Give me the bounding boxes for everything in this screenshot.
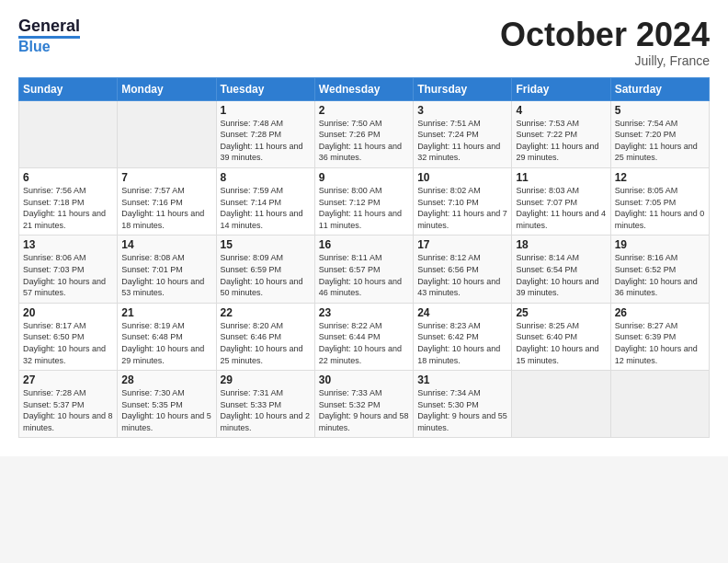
day-info: Sunrise: 8:02 AMSunset: 7:10 PMDaylight:…	[417, 185, 507, 231]
day-info: Sunrise: 8:20 AMSunset: 6:46 PMDaylight:…	[221, 320, 311, 366]
day-info: Sunrise: 8:14 AMSunset: 6:54 PMDaylight:…	[516, 252, 606, 298]
day-info: Sunrise: 7:31 AMSunset: 5:33 PMDaylight:…	[221, 387, 311, 433]
logo-container: General Blue	[18, 17, 80, 55]
table-row: 10Sunrise: 8:02 AMSunset: 7:10 PMDayligh…	[414, 167, 512, 235]
day-info: Sunrise: 8:19 AMSunset: 6:48 PMDaylight:…	[121, 320, 211, 366]
table-row: 11Sunrise: 8:03 AMSunset: 7:07 PMDayligh…	[512, 167, 610, 235]
col-saturday: Saturday	[610, 77, 709, 100]
day-info: Sunrise: 8:11 AMSunset: 6:57 PMDaylight:…	[319, 252, 409, 298]
day-number: 4	[516, 104, 606, 117]
day-info: Sunrise: 7:34 AMSunset: 5:30 PMDaylight:…	[417, 387, 507, 433]
calendar-header-row: Sunday Monday Tuesday Wednesday Thursday…	[19, 77, 710, 100]
day-number: 11	[516, 171, 606, 184]
day-info: Sunrise: 7:57 AMSunset: 7:16 PMDaylight:…	[121, 185, 211, 231]
day-number: 14	[121, 238, 211, 251]
table-row: 30Sunrise: 7:33 AMSunset: 5:32 PMDayligh…	[314, 371, 413, 438]
day-number: 28	[121, 373, 211, 386]
table-row: 3Sunrise: 7:51 AMSunset: 7:24 PMDaylight…	[414, 100, 512, 167]
col-sunday: Sunday	[19, 77, 118, 100]
day-info: Sunrise: 8:23 AMSunset: 6:42 PMDaylight:…	[417, 320, 507, 366]
day-number: 9	[319, 171, 409, 184]
table-row	[118, 100, 216, 167]
day-info: Sunrise: 8:16 AMSunset: 6:52 PMDaylight:…	[615, 252, 705, 298]
day-number: 23	[319, 306, 409, 319]
logo-general-label: General	[18, 17, 80, 36]
day-number: 26	[615, 306, 705, 319]
day-info: Sunrise: 8:27 AMSunset: 6:39 PMDaylight:…	[615, 320, 705, 366]
title-block: October 2024 Juilly, France	[500, 17, 710, 68]
col-tuesday: Tuesday	[216, 77, 314, 100]
page: General Blue October 2024 Juilly, France…	[0, 0, 728, 456]
day-number: 3	[417, 104, 507, 117]
day-info: Sunrise: 8:09 AMSunset: 6:59 PMDaylight:…	[221, 252, 311, 298]
day-number: 8	[221, 171, 311, 184]
day-number: 24	[417, 306, 507, 319]
day-info: Sunrise: 7:53 AMSunset: 7:22 PMDaylight:…	[516, 118, 606, 164]
day-number: 2	[319, 104, 409, 117]
table-row: 5Sunrise: 7:54 AMSunset: 7:20 PMDaylight…	[610, 100, 709, 167]
day-number: 21	[121, 306, 211, 319]
table-row: 20Sunrise: 8:17 AMSunset: 6:50 PMDayligh…	[19, 303, 118, 370]
table-row: 15Sunrise: 8:09 AMSunset: 6:59 PMDayligh…	[216, 236, 314, 303]
table-row: 17Sunrise: 8:12 AMSunset: 6:56 PMDayligh…	[414, 236, 512, 303]
table-row: 18Sunrise: 8:14 AMSunset: 6:54 PMDayligh…	[512, 236, 610, 303]
day-info: Sunrise: 8:03 AMSunset: 7:07 PMDaylight:…	[516, 185, 606, 231]
day-info: Sunrise: 7:54 AMSunset: 7:20 PMDaylight:…	[615, 118, 705, 164]
day-number: 13	[23, 238, 113, 251]
day-info: Sunrise: 8:05 AMSunset: 7:05 PMDaylight:…	[615, 185, 705, 231]
day-info: Sunrise: 7:56 AMSunset: 7:18 PMDaylight:…	[23, 185, 113, 231]
day-number: 27	[23, 373, 113, 386]
day-info: Sunrise: 7:28 AMSunset: 5:37 PMDaylight:…	[23, 387, 113, 433]
day-number: 1	[221, 104, 311, 117]
day-number: 20	[23, 306, 113, 319]
day-info: Sunrise: 7:59 AMSunset: 7:14 PMDaylight:…	[221, 185, 311, 231]
table-row: 27Sunrise: 7:28 AMSunset: 5:37 PMDayligh…	[19, 371, 118, 438]
table-row: 1Sunrise: 7:48 AMSunset: 7:28 PMDaylight…	[216, 100, 314, 167]
day-info: Sunrise: 8:17 AMSunset: 6:50 PMDaylight:…	[23, 320, 113, 366]
day-info: Sunrise: 7:50 AMSunset: 7:26 PMDaylight:…	[319, 118, 409, 164]
day-number: 7	[121, 171, 211, 184]
table-row: 14Sunrise: 8:08 AMSunset: 7:01 PMDayligh…	[118, 236, 216, 303]
day-info: Sunrise: 7:30 AMSunset: 5:35 PMDaylight:…	[121, 387, 211, 433]
day-info: Sunrise: 7:33 AMSunset: 5:32 PMDaylight:…	[319, 387, 409, 433]
header: General Blue October 2024 Juilly, France	[18, 17, 710, 68]
day-info: Sunrise: 8:25 AMSunset: 6:40 PMDaylight:…	[516, 320, 606, 366]
table-row: 2Sunrise: 7:50 AMSunset: 7:26 PMDaylight…	[314, 100, 413, 167]
day-info: Sunrise: 8:12 AMSunset: 6:56 PMDaylight:…	[417, 252, 507, 298]
day-info: Sunrise: 8:08 AMSunset: 7:01 PMDaylight:…	[121, 252, 211, 298]
day-number: 15	[221, 238, 311, 251]
logo: General Blue	[18, 17, 80, 55]
table-row: 24Sunrise: 8:23 AMSunset: 6:42 PMDayligh…	[414, 303, 512, 370]
table-row: 25Sunrise: 8:25 AMSunset: 6:40 PMDayligh…	[512, 303, 610, 370]
day-info: Sunrise: 7:51 AMSunset: 7:24 PMDaylight:…	[417, 118, 507, 164]
calendar-week-5: 27Sunrise: 7:28 AMSunset: 5:37 PMDayligh…	[19, 371, 710, 438]
day-number: 22	[221, 306, 311, 319]
table-row	[512, 371, 610, 438]
day-number: 6	[23, 171, 113, 184]
day-number: 10	[417, 171, 507, 184]
table-row	[610, 371, 709, 438]
table-row: 6Sunrise: 7:56 AMSunset: 7:18 PMDaylight…	[19, 167, 118, 235]
col-friday: Friday	[512, 77, 610, 100]
col-monday: Monday	[118, 77, 216, 100]
table-row: 22Sunrise: 8:20 AMSunset: 6:46 PMDayligh…	[216, 303, 314, 370]
day-number: 25	[516, 306, 606, 319]
logo-text-group: General Blue	[18, 17, 80, 55]
col-wednesday: Wednesday	[314, 77, 413, 100]
table-row: 23Sunrise: 8:22 AMSunset: 6:44 PMDayligh…	[314, 303, 413, 370]
day-number: 29	[221, 373, 311, 386]
month-title: October 2024	[500, 17, 710, 53]
table-row: 9Sunrise: 8:00 AMSunset: 7:12 PMDaylight…	[314, 167, 413, 235]
table-row: 13Sunrise: 8:06 AMSunset: 7:03 PMDayligh…	[19, 236, 118, 303]
day-number: 30	[319, 373, 409, 386]
logo-blue-label: Blue	[18, 36, 80, 55]
table-row: 29Sunrise: 7:31 AMSunset: 5:33 PMDayligh…	[216, 371, 314, 438]
day-info: Sunrise: 8:00 AMSunset: 7:12 PMDaylight:…	[319, 185, 409, 231]
col-thursday: Thursday	[414, 77, 512, 100]
table-row	[19, 100, 118, 167]
calendar-week-4: 20Sunrise: 8:17 AMSunset: 6:50 PMDayligh…	[19, 303, 710, 370]
calendar-week-3: 13Sunrise: 8:06 AMSunset: 7:03 PMDayligh…	[19, 236, 710, 303]
day-number: 18	[516, 238, 606, 251]
day-number: 31	[417, 373, 507, 386]
table-row: 4Sunrise: 7:53 AMSunset: 7:22 PMDaylight…	[512, 100, 610, 167]
